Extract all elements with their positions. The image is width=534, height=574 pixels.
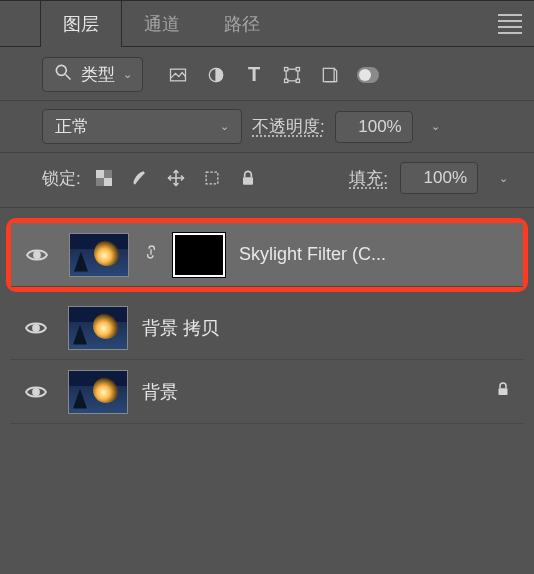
svg-rect-5: [285, 67, 288, 70]
blend-mode-select[interactable]: 正常 ⌄: [42, 109, 242, 144]
svg-rect-11: [104, 178, 112, 186]
layers-panel: 图层 通道 路径 类型 ⌄ T: [0, 0, 534, 574]
search-icon: [53, 62, 73, 87]
blend-mode-value: 正常: [55, 115, 89, 138]
fill-label[interactable]: 填充:: [349, 167, 388, 190]
svg-rect-19: [499, 388, 508, 395]
lock-artboard-icon[interactable]: [201, 167, 223, 189]
visibility-toggle-icon[interactable]: [18, 374, 54, 410]
layer-row[interactable]: 背景: [10, 360, 524, 424]
filter-toggle[interactable]: [357, 64, 379, 86]
layer-thumbnail[interactable]: [68, 370, 128, 414]
opacity-label[interactable]: 不透明度:: [252, 115, 325, 138]
svg-point-18: [33, 389, 39, 395]
filter-type-icons: T: [167, 64, 379, 86]
layer-mask-thumbnail[interactable]: [173, 233, 225, 277]
blend-row: 正常 ⌄ 不透明度: 100% ⌄: [0, 101, 534, 153]
filter-smartobject-icon[interactable]: [319, 64, 341, 86]
svg-rect-10: [96, 170, 104, 178]
filter-kind-select[interactable]: 类型 ⌄: [42, 57, 143, 92]
svg-point-0: [56, 65, 66, 75]
svg-rect-14: [206, 172, 218, 184]
svg-rect-13: [96, 178, 104, 186]
layer-name[interactable]: 背景 拷贝: [142, 316, 512, 340]
opacity-chevron-icon[interactable]: ⌄: [423, 110, 449, 144]
svg-rect-9: [323, 68, 334, 81]
opacity-value[interactable]: 100%: [335, 111, 413, 143]
visibility-toggle-icon[interactable]: [18, 310, 54, 346]
svg-rect-8: [296, 79, 299, 82]
fill-value[interactable]: 100%: [400, 162, 478, 194]
chevron-down-icon: ⌄: [220, 120, 229, 133]
tab-layers[interactable]: 图层: [40, 1, 122, 46]
svg-point-16: [34, 252, 40, 258]
svg-rect-15: [243, 177, 253, 185]
filter-type-text-icon[interactable]: T: [243, 64, 265, 86]
layer-list: Skylight Filter (C... 背景 拷贝 背景: [0, 208, 534, 424]
filter-adjustment-icon[interactable]: [205, 64, 227, 86]
layer-row[interactable]: Skylight Filter (C...: [11, 223, 523, 287]
visibility-toggle-icon[interactable]: [19, 237, 55, 273]
filter-shape-icon[interactable]: [281, 64, 303, 86]
tab-channels[interactable]: 通道: [122, 1, 202, 46]
layer-name[interactable]: Skylight Filter (C...: [239, 244, 511, 265]
filter-kind-label: 类型: [81, 63, 115, 86]
svg-rect-12: [104, 170, 112, 178]
lock-all-icon[interactable]: [237, 167, 259, 189]
tab-paths[interactable]: 路径: [202, 1, 282, 46]
lock-icon: [494, 380, 512, 403]
layer-thumbnail[interactable]: [68, 306, 128, 350]
layer-thumbnail[interactable]: [69, 233, 129, 277]
lock-transparent-icon[interactable]: [93, 167, 115, 189]
layer-name[interactable]: 背景: [142, 380, 480, 404]
filter-row: 类型 ⌄ T: [0, 47, 534, 101]
panel-tabs: 图层 通道 路径: [0, 1, 534, 47]
svg-rect-7: [285, 79, 288, 82]
lock-position-icon[interactable]: [165, 167, 187, 189]
fill-chevron-icon[interactable]: ⌄: [490, 161, 516, 195]
link-icon[interactable]: [143, 244, 159, 265]
chevron-down-icon: ⌄: [123, 68, 132, 81]
svg-line-1: [66, 75, 71, 80]
lock-label: 锁定:: [42, 167, 81, 190]
svg-point-17: [33, 325, 39, 331]
lock-row: 锁定: 填充: 100% ⌄: [0, 153, 534, 208]
filter-pixel-icon[interactable]: [167, 64, 189, 86]
svg-rect-6: [296, 67, 299, 70]
lock-pixels-icon[interactable]: [129, 167, 151, 189]
panel-menu-icon[interactable]: [498, 14, 522, 34]
layer-row[interactable]: 背景 拷贝: [10, 296, 524, 360]
tutorial-highlight: Skylight Filter (C...: [6, 218, 528, 292]
